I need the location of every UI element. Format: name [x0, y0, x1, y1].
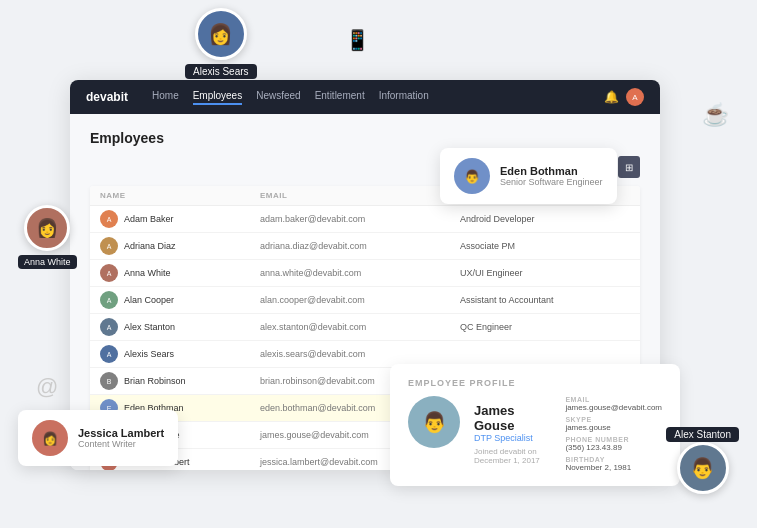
nav-links: Home Employees Newsfeed Entitlement Info…	[152, 90, 604, 105]
nav-link-home[interactable]: Home	[152, 90, 179, 105]
employee-name: Adriana Diaz	[124, 241, 176, 251]
coffee-icon: ☕	[702, 102, 729, 128]
nav-bar: devabit Home Employees Newsfeed Entitlem…	[70, 80, 660, 114]
eden-card-avatar: 👨	[454, 158, 490, 194]
email-label: EMAIL	[565, 396, 662, 403]
employee-position: QC Engineer	[460, 322, 620, 332]
eden-card-title: Senior Software Engineer	[500, 177, 603, 187]
anna-avatar: 👩	[24, 205, 70, 251]
phone-icon: 📱	[345, 28, 370, 52]
col-header-email: EMAIL	[260, 191, 460, 200]
employee-name: Adam Baker	[124, 214, 174, 224]
jessica-card-info: Jessica Lambert Content Writer	[78, 427, 164, 449]
at-icon: @	[36, 374, 58, 400]
employee-email: adam.baker@devabit.com	[260, 214, 460, 224]
email-value: james.gouse@devabit.com	[565, 403, 662, 412]
avatar: A	[100, 264, 118, 282]
nav-link-entitlement[interactable]: Entitlement	[315, 90, 365, 105]
profile-joined: Joined devabit onDecember 1, 2017	[474, 447, 543, 465]
row-name-cell: A Alex Stanton	[100, 318, 260, 336]
profile-section-label: EMPLOYEE PROFILE	[408, 378, 662, 388]
grid-icon: ⊞	[625, 162, 633, 173]
nav-link-information[interactable]: Information	[379, 90, 429, 105]
alexis-label: Alexis Sears	[185, 64, 257, 79]
float-avatar-anna: 👩 Anna White	[18, 205, 77, 269]
table-row[interactable]: A Adam Baker adam.baker@devabit.com Andr…	[90, 206, 640, 233]
col-header-name: NAME	[100, 191, 260, 200]
employee-email: alex.stanton@devabit.com	[260, 322, 460, 332]
phone-label: PHONE NUMBER	[565, 436, 662, 443]
alex-avatar: 👨	[677, 442, 729, 494]
nav-user-avatar[interactable]: A	[626, 88, 644, 106]
page-title: Employees	[90, 130, 640, 146]
row-name-cell: A Anna White	[100, 264, 260, 282]
avatar: B	[100, 372, 118, 390]
employee-name: Brian Robinson	[124, 376, 186, 386]
jessica-card-name: Jessica Lambert	[78, 427, 164, 439]
avatar: A	[100, 210, 118, 228]
table-row[interactable]: A Anna White anna.white@devabit.com UX/U…	[90, 260, 640, 287]
employee-position: Associate PM	[460, 241, 620, 251]
bell-icon[interactable]: 🔔	[604, 90, 618, 104]
alex-label: Alex Stanton	[666, 427, 739, 442]
employee-name: Alex Stanton	[124, 322, 175, 332]
row-name-cell: A Adriana Diaz	[100, 237, 260, 255]
profile-info: James Gouse DTP Specialist Joined devabi…	[474, 396, 543, 472]
birthday-value: November 2, 1981	[565, 463, 662, 472]
float-avatar-alex: Alex Stanton 👨	[666, 427, 739, 498]
jessica-card: 👩 Jessica Lambert Content Writer	[18, 410, 178, 466]
employee-position: UX/UI Engineer	[460, 268, 620, 278]
avatar: A	[100, 237, 118, 255]
row-name-cell: B Brian Robinson	[100, 372, 260, 390]
profile-name: James Gouse	[474, 403, 543, 433]
employee-email: alan.cooper@devabit.com	[260, 295, 460, 305]
row-name-cell: A Alan Cooper	[100, 291, 260, 309]
employee-email: anna.white@devabit.com	[260, 268, 460, 278]
employee-name: Anna White	[124, 268, 171, 278]
anna-label: Anna White	[18, 255, 77, 269]
grid-view-button[interactable]: ⊞	[618, 156, 640, 178]
avatar: A	[100, 291, 118, 309]
employee-name: Alexis Sears	[124, 349, 174, 359]
eden-card-info: Eden Bothman Senior Software Engineer	[500, 165, 603, 187]
jessica-card-avatar: 👩	[32, 420, 68, 456]
avatar: A	[100, 345, 118, 363]
employee-email: alexis.sears@devabit.com	[260, 349, 460, 359]
nav-icons: 🔔 A	[604, 88, 644, 106]
employee-position: Android Developer	[460, 214, 620, 224]
profile-role: DTP Specialist	[474, 433, 543, 443]
float-avatar-alexis: 👩 Alexis Sears	[185, 8, 257, 79]
table-row[interactable]: A Alex Stanton alex.stanton@devabit.com …	[90, 314, 640, 341]
avatar: A	[100, 318, 118, 336]
table-row[interactable]: A Adriana Diaz adriana.diaz@devabit.com …	[90, 233, 640, 260]
skype-label: SKYPE	[565, 416, 662, 423]
nav-link-employees[interactable]: Employees	[193, 90, 242, 105]
alexis-avatar: 👩	[195, 8, 247, 60]
skype-value: james.gouse	[565, 423, 662, 432]
nav-logo: devabit	[86, 90, 128, 104]
employee-name: Alan Cooper	[124, 295, 174, 305]
profile-details-right: EMAIL james.gouse@devabit.com SKYPE jame…	[565, 396, 662, 472]
table-row[interactable]: A Alan Cooper alan.cooper@devabit.com As…	[90, 287, 640, 314]
row-name-cell: A Adam Baker	[100, 210, 260, 228]
employee-email: adriana.diaz@devabit.com	[260, 241, 460, 251]
nav-link-newsfeed[interactable]: Newsfeed	[256, 90, 300, 105]
jessica-card-title: Content Writer	[78, 439, 164, 449]
birthday-label: BIRTHDAY	[565, 456, 662, 463]
employee-profile-card: EMPLOYEE PROFILE 👨 James Gouse DTP Speci…	[390, 364, 680, 486]
employee-position: Assistant to Accountant	[460, 295, 620, 305]
phone-value: (356) 123.43.89	[565, 443, 662, 452]
eden-card-name: Eden Bothman	[500, 165, 603, 177]
row-name-cell: A Alexis Sears	[100, 345, 260, 363]
eden-card: 👨 Eden Bothman Senior Software Engineer	[440, 148, 617, 204]
profile-main: 👨 James Gouse DTP Specialist Joined deva…	[408, 396, 662, 472]
profile-avatar: 👨	[408, 396, 460, 448]
